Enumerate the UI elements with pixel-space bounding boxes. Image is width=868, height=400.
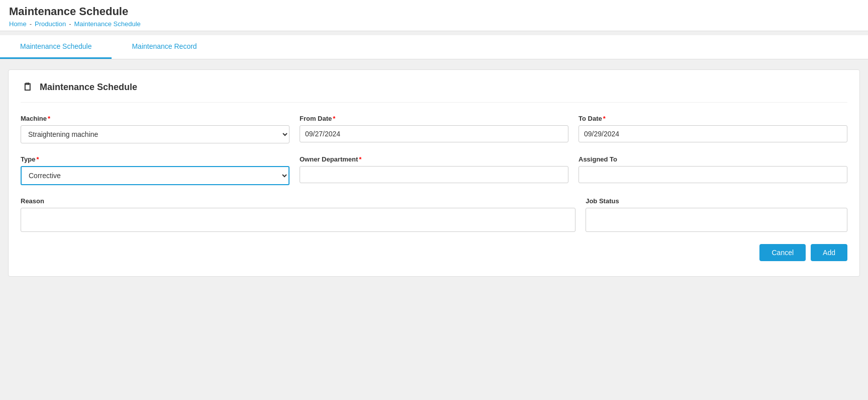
- cancel-button[interactable]: Cancel: [759, 244, 806, 261]
- to-date-label: To Date*: [578, 115, 847, 122]
- owner-department-input[interactable]: [300, 166, 568, 183]
- type-select[interactable]: Corrective Preventive: [21, 166, 290, 185]
- form-row-2: Type* Corrective Preventive Owner Depart…: [21, 155, 847, 185]
- tabs-bar: Maintenance Schedule Maintenance Record: [0, 35, 868, 59]
- form-row-1: Machine* Straightening machine From Date…: [21, 115, 847, 143]
- machine-required: *: [48, 115, 50, 122]
- from-date-input[interactable]: [300, 125, 568, 142]
- owner-department-group: Owner Department*: [300, 155, 568, 185]
- breadcrumb-sep2: -: [69, 20, 71, 28]
- breadcrumb-home[interactable]: Home: [9, 20, 27, 28]
- type-required: *: [36, 155, 39, 163]
- reason-input[interactable]: [21, 208, 575, 232]
- from-date-group: From Date*: [300, 115, 568, 143]
- assigned-to-input[interactable]: [578, 166, 847, 183]
- tab-maintenance-schedule[interactable]: Maintenance Schedule: [0, 35, 112, 59]
- button-row: Cancel Add: [21, 244, 847, 261]
- job-status-label: Job Status: [586, 197, 847, 205]
- tab-maintenance-record[interactable]: Maintenance Record: [112, 35, 217, 59]
- reason-group: Reason: [21, 197, 575, 232]
- form-title-text: Maintenance Schedule: [40, 82, 137, 93]
- form-row-3: Reason Job Status: [21, 197, 847, 232]
- assigned-to-group: Assigned To: [578, 155, 847, 185]
- machine-select[interactable]: Straightening machine: [21, 125, 290, 143]
- form-card: 🗒 Maintenance Schedule Machine* Straight…: [8, 69, 860, 277]
- to-date-group: To Date*: [578, 115, 847, 143]
- to-date-input[interactable]: [578, 125, 847, 142]
- add-button[interactable]: Add: [811, 244, 847, 261]
- maintenance-schedule-icon: 🗒: [21, 80, 35, 94]
- type-group: Type* Corrective Preventive: [21, 155, 290, 185]
- from-date-required: *: [333, 115, 335, 122]
- breadcrumb-sep1: -: [30, 20, 32, 28]
- from-date-label: From Date*: [300, 115, 568, 122]
- assigned-to-label: Assigned To: [578, 155, 847, 163]
- breadcrumb: Home - Production - Maintenance Schedule: [9, 20, 859, 28]
- page-title: Maintenance Schedule: [9, 5, 859, 18]
- breadcrumb-production[interactable]: Production: [35, 20, 66, 28]
- machine-label: Machine*: [21, 115, 290, 122]
- to-date-required: *: [603, 115, 606, 122]
- form-card-title: 🗒 Maintenance Schedule: [21, 80, 847, 103]
- content-area: 🗒 Maintenance Schedule Machine* Straight…: [0, 59, 868, 394]
- owner-department-label: Owner Department*: [300, 155, 568, 163]
- owner-department-required: *: [359, 155, 361, 163]
- job-status-group: Job Status: [586, 197, 847, 232]
- type-label: Type*: [21, 155, 290, 163]
- page-header: Maintenance Schedule Home - Production -…: [0, 0, 868, 31]
- breadcrumb-current[interactable]: Maintenance Schedule: [74, 20, 141, 28]
- job-status-input[interactable]: [586, 208, 847, 232]
- reason-label: Reason: [21, 197, 575, 205]
- machine-group: Machine* Straightening machine: [21, 115, 290, 143]
